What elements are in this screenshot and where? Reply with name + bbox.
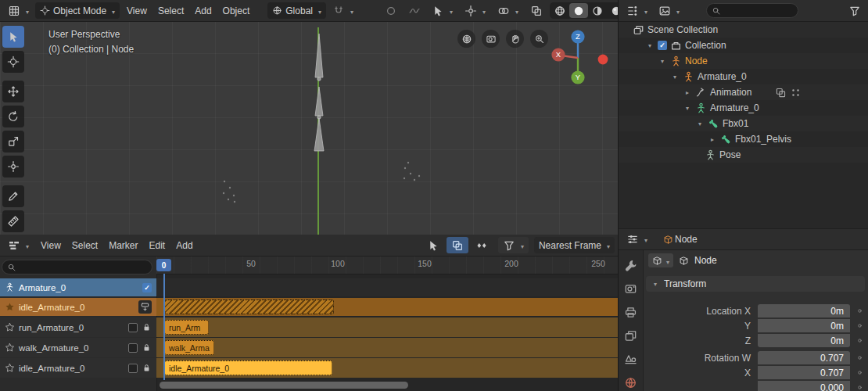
object-type-visibility-dropdown[interactable] [427, 2, 457, 19]
expand-toggle[interactable] [708, 136, 717, 143]
show-hidden-toggle[interactable] [447, 237, 468, 253]
menu-add[interactable]: Add [189, 2, 217, 19]
outliner-row-animation[interactable]: Animation [619, 84, 868, 100]
transform-tool-button[interactable] [2, 156, 24, 178]
outliner-filter-button[interactable] [844, 2, 866, 19]
expand-toggle[interactable] [683, 89, 692, 96]
show-errors-toggle[interactable] [471, 237, 493, 253]
animate-decorator-icon[interactable] [855, 307, 864, 315]
gizmo-x-plus-ball[interactable] [598, 55, 608, 65]
outliner-search-box[interactable] [706, 3, 798, 18]
active-action-strip[interactable] [164, 300, 334, 314]
track-mute-checkbox[interactable] [128, 364, 138, 373]
tab-view-layer-icon[interactable] [624, 329, 637, 343]
pan-view-button[interactable] [506, 30, 524, 48]
expand-toggle[interactable] [683, 105, 692, 112]
rotation-y-field[interactable]: 0.000 [758, 381, 850, 391]
show-selected-only-toggle[interactable] [422, 237, 444, 253]
animate-decorator-icon[interactable] [855, 383, 864, 391]
channel-row-track[interactable]: walk_Armature_0 [0, 338, 156, 357]
lock-icon[interactable] [142, 322, 152, 332]
toggle-perspective-button[interactable] [457, 30, 475, 48]
browse-id-button[interactable] [648, 253, 673, 267]
overlays-dropdown[interactable] [493, 2, 523, 19]
annotate-tool-button[interactable] [2, 185, 24, 207]
gizmos-dropdown[interactable] [460, 2, 490, 19]
scale-tool-button[interactable] [2, 131, 24, 152]
outliner-row-scene-collection[interactable]: Scene Collection [619, 22, 868, 38]
lock-icon[interactable] [142, 343, 152, 353]
track-lane-object[interactable] [156, 278, 618, 296]
expand-toggle[interactable] [658, 58, 667, 65]
menu-select[interactable]: Select [152, 2, 189, 19]
panel-expand-toggle[interactable] [651, 281, 660, 288]
navigation-gizmo[interactable]: Z Y X [546, 27, 612, 92]
nla-strip-run[interactable]: run_Arm [164, 320, 209, 335]
channel-row-track[interactable]: idle_Armature_0 [0, 358, 156, 378]
proportional-falloff-dropdown[interactable] [404, 2, 425, 19]
pushdown-action-button[interactable] [138, 300, 152, 314]
outliner-row-armature-data[interactable]: Armature_0 [619, 100, 868, 116]
outliner-editor-type-button[interactable] [622, 2, 652, 19]
channel-row-object[interactable]: Armature_0 [0, 278, 156, 296]
menu-add[interactable]: Add [170, 237, 198, 253]
outliner-row-armature-object[interactable]: Armature_0 [619, 69, 868, 84]
snap-mode-dropdown[interactable]: Nearest Frame [534, 237, 615, 253]
track-mute-checkbox[interactable] [128, 343, 138, 353]
channel-row-track[interactable]: run_Armature_0 [0, 317, 156, 337]
playhead-line[interactable] [163, 274, 165, 380]
measure-tool-button[interactable] [2, 210, 24, 232]
track-lane[interactable] [156, 338, 618, 357]
rotation-w-field[interactable]: 0.707 [758, 351, 850, 364]
action-stash-icon[interactable] [775, 87, 787, 99]
channel-row-active-action[interactable]: idle_Armature_0 [0, 298, 156, 316]
channel-checkbox[interactable] [142, 283, 152, 292]
nla-editor-type-button[interactable] [3, 237, 34, 253]
viewport-editor-type-button[interactable] [3, 2, 34, 19]
animate-decorator-icon[interactable] [855, 321, 864, 330]
timeline-ruler[interactable]: 50 100 150 200 250 [156, 256, 618, 274]
tab-render-icon[interactable] [624, 282, 637, 296]
move-tool-button[interactable] [2, 81, 24, 102]
shading-wireframe-button[interactable] [551, 3, 569, 18]
expand-toggle[interactable] [645, 42, 655, 49]
camera-view-button[interactable] [482, 30, 500, 48]
track-mute-checkbox[interactable] [128, 323, 138, 332]
rotate-tool-button[interactable] [2, 106, 24, 127]
channel-search-input[interactable] [20, 262, 147, 273]
properties-editor-type-button[interactable] [622, 231, 652, 248]
xray-toggle[interactable] [525, 2, 547, 19]
menu-view[interactable]: View [35, 237, 66, 253]
animate-decorator-icon[interactable] [855, 353, 864, 362]
tab-world-icon[interactable] [624, 376, 637, 389]
snap-dropdown[interactable] [328, 2, 358, 19]
outliner-search-input[interactable] [725, 5, 793, 16]
animate-decorator-icon[interactable] [855, 336, 864, 345]
menu-edit[interactable]: Edit [144, 237, 171, 253]
outliner-row-collection[interactable]: Collection [619, 38, 868, 53]
tab-output-icon[interactable] [624, 306, 637, 319]
mode-dropdown[interactable]: Object Mode [35, 2, 120, 19]
proportional-edit-toggle[interactable] [380, 2, 402, 19]
transform-panel-header[interactable]: Transform [646, 276, 865, 292]
menu-view[interactable]: View [121, 2, 152, 19]
filter-dropdown[interactable] [498, 237, 529, 253]
nla-strip-idle[interactable]: idle_Armature_0 [164, 361, 332, 375]
display-mode-dropdown[interactable] [654, 2, 684, 19]
track-lane[interactable] [156, 317, 618, 337]
outliner-row-fbx01-pelvis[interactable]: Fbx01_Pelvis [619, 131, 868, 147]
viewport-canvas[interactable]: User Perspective (0) Collection | Node [0, 21, 618, 235]
location-z-field[interactable]: 0m [758, 334, 850, 347]
collection-checkbox[interactable] [658, 41, 667, 50]
menu-object[interactable]: Object [217, 2, 256, 19]
cursor-tool-button[interactable] [2, 51, 24, 73]
menu-select[interactable]: Select [66, 237, 103, 253]
location-y-field[interactable]: 0m [758, 319, 850, 332]
location-x-field[interactable]: 0m [758, 304, 850, 317]
menu-marker[interactable]: Marker [103, 237, 143, 253]
tab-tool-icon[interactable] [624, 259, 637, 272]
nla-tracks-icon[interactable] [790, 87, 802, 99]
animate-decorator-icon[interactable] [855, 368, 864, 377]
object-name[interactable]: Node [694, 255, 717, 266]
orientation-dropdown[interactable]: Global [267, 2, 326, 19]
